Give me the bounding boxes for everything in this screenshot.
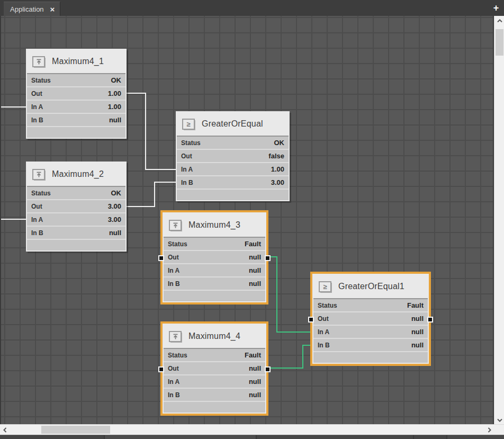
wire-maximum4_3-out-to-greaterorequal1-in-a[interactable] — [266, 257, 312, 332]
node-row-in-b[interactable]: In Bnull — [27, 113, 125, 126]
node-rows: StatusFaultOutnullIn AnullIn Bnull — [313, 298, 428, 351]
row-label: Status — [31, 190, 51, 197]
node-row-in-a[interactable]: In A1.00 — [177, 162, 289, 175]
node-row-status[interactable]: StatusOK — [177, 137, 289, 149]
node-row-out[interactable]: Out3.00 — [27, 199, 125, 212]
node-row-status[interactable]: StatusFault — [164, 238, 265, 250]
node-rows: StatusFaultOutnullIn AnullIn Bnull — [164, 348, 265, 401]
out-port-port-right[interactable] — [427, 317, 433, 322]
node-row-status[interactable]: StatusFault — [164, 349, 265, 361]
wire-maximum4_1-out-to-greaterorequal-in-a[interactable] — [127, 93, 176, 169]
node-maximum4_2[interactable]: Maximum4_2 StatusOKOut3.00In A3.00In Bnu… — [26, 162, 127, 252]
row-value: OK — [111, 189, 122, 197]
row-value: Fault — [245, 351, 261, 359]
out-port-port-right[interactable] — [265, 255, 271, 261]
out-port-port-left[interactable] — [158, 366, 164, 372]
row-value: OK — [111, 76, 122, 84]
bottom-panel-segment — [257, 435, 414, 439]
node-rows: StatusFaultOutnullIn AnullIn Bnull — [164, 237, 265, 290]
row-label: In A — [181, 166, 193, 173]
diagram-canvas[interactable]: Maximum4_1 StatusOKOut1.00In A1.00In Bnu… — [0, 16, 494, 425]
row-label: In B — [181, 179, 193, 186]
bottom-panel-segment — [0, 435, 105, 439]
out-port-port-right[interactable] — [265, 366, 271, 372]
node-row-in-b[interactable]: In Bnull — [164, 276, 265, 290]
row-value: null — [249, 391, 261, 399]
add-tab-button[interactable]: + — [491, 2, 501, 14]
row-label: In A — [318, 328, 329, 336]
node-header[interactable]: Maximum4_1 — [27, 50, 125, 73]
vertical-scrollbar[interactable] — [494, 16, 504, 425]
node-title: Maximum4_4 — [188, 332, 240, 341]
node-row-in-b[interactable]: In Bnull — [27, 226, 125, 239]
node-row-in-a[interactable]: In Anull — [164, 263, 265, 276]
scroll-down-button[interactable] — [494, 415, 504, 425]
row-value: null — [249, 253, 261, 261]
vertical-scrollbar-thumb[interactable] — [496, 29, 503, 56]
row-value: null — [411, 328, 424, 336]
row-label: Out — [181, 153, 192, 160]
node-footer — [27, 126, 125, 138]
out-port-port-left[interactable] — [158, 255, 164, 261]
wire-maximum4_4-out-to-greaterorequal1-in-b[interactable] — [266, 345, 312, 368]
node-header[interactable]: Maximum4_4 — [164, 325, 265, 348]
node-footer — [164, 401, 265, 413]
bottom-panel-segment — [105, 435, 257, 439]
node-greaterorequal1[interactable]: ≥ GreaterOrEqual1 StatusFaultOutnullIn A… — [312, 274, 429, 364]
node-row-status[interactable]: StatusOK — [27, 187, 125, 199]
node-title: GreaterOrEqual1 — [338, 282, 404, 291]
node-row-in-b[interactable]: In Bnull — [313, 338, 428, 351]
horizontal-scrollbar-thumb[interactable] — [41, 426, 110, 434]
wire-maximum4_2-out-to-greaterorequal-in-b[interactable] — [127, 182, 176, 207]
maximum-icon — [32, 56, 45, 67]
node-row-out[interactable]: Outnull — [164, 250, 265, 263]
node-row-in-a[interactable]: In Anull — [164, 374, 265, 388]
node-greaterorequal[interactable]: ≥ GreaterOrEqual StatusOKOutfalseIn A1.0… — [176, 111, 290, 201]
node-rows: StatusOKOut3.00In A3.00In Bnull — [27, 186, 125, 239]
out-port-port-left[interactable] — [308, 317, 314, 322]
row-value: OK — [274, 139, 285, 147]
node-header[interactable]: ≥ GreaterOrEqual1 — [313, 275, 428, 298]
node-footer — [177, 189, 289, 200]
node-row-in-a[interactable]: In A1.00 — [27, 100, 125, 113]
row-label: In B — [168, 391, 180, 399]
node-row-in-a[interactable]: In A3.00 — [27, 212, 125, 226]
node-row-in-b[interactable]: In B3.00 — [177, 175, 289, 189]
row-label: Status — [181, 139, 201, 147]
node-row-out[interactable]: Outfalse — [177, 149, 289, 162]
node-row-in-b[interactable]: In Bnull — [164, 388, 265, 401]
maximum-icon — [169, 331, 182, 342]
node-header[interactable]: ≥ GreaterOrEqual — [177, 112, 289, 136]
horizontal-scrollbar[interactable] — [0, 424, 504, 435]
node-maximum4_4[interactable]: Maximum4_4 StatusFaultOutnullIn AnullIn … — [163, 324, 266, 414]
row-value: null — [249, 378, 261, 386]
row-label: In B — [31, 117, 43, 124]
row-label: Out — [31, 203, 42, 210]
node-header[interactable]: Maximum4_2 — [27, 163, 125, 186]
tab-bar: Application × + — [0, 0, 504, 16]
row-label: Status — [31, 77, 51, 84]
row-value: 1.00 — [271, 165, 284, 173]
row-value: null — [249, 364, 261, 372]
node-row-out[interactable]: Outnull — [164, 361, 265, 374]
scroll-left-button[interactable] — [0, 425, 10, 435]
node-title: Maximum4_3 — [188, 220, 240, 230]
node-row-status[interactable]: StatusFault — [313, 299, 428, 311]
tab-application[interactable]: Application × — [4, 2, 60, 16]
row-label: Out — [318, 315, 329, 322]
node-maximum4_1[interactable]: Maximum4_1 StatusOKOut1.00In A1.00In Bnu… — [26, 49, 127, 139]
node-row-out[interactable]: Out1.00 — [27, 86, 125, 100]
node-row-in-a[interactable]: In Anull — [313, 325, 428, 338]
close-icon[interactable]: × — [50, 5, 55, 13]
scroll-up-button[interactable] — [494, 16, 504, 25]
node-rows: StatusOKOut1.00In A1.00In Bnull — [27, 73, 125, 126]
application-window: Application × + Maximum4_1 StatusOKOut1.… — [0, 0, 504, 439]
node-header[interactable]: Maximum4_3 — [164, 213, 265, 237]
node-row-status[interactable]: StatusOK — [27, 74, 125, 86]
row-value: 1.00 — [108, 103, 121, 111]
row-label: In B — [31, 229, 43, 237]
row-value: Fault — [245, 240, 261, 248]
node-maximum4_3[interactable]: Maximum4_3 StatusFaultOutnullIn AnullIn … — [163, 212, 266, 302]
node-row-out[interactable]: Outnull — [313, 311, 428, 325]
scroll-right-button[interactable] — [484, 425, 494, 435]
